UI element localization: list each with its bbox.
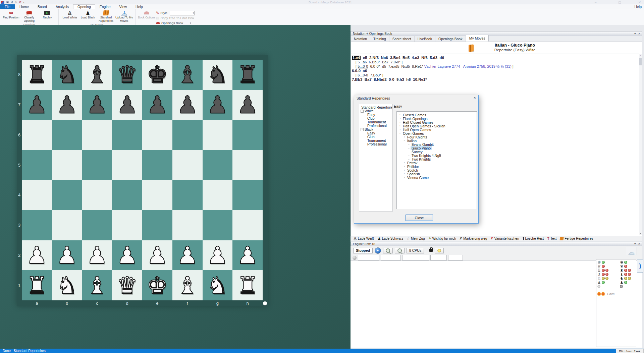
square-b2[interactable]: ♟ bbox=[52, 240, 82, 271]
square-f3[interactable] bbox=[172, 210, 203, 240]
piece-white-pawn[interactable]: ♟ bbox=[56, 243, 78, 267]
left-tree-item-black[interactable]: −Black bbox=[359, 128, 392, 131]
opening-item-philidor[interactable]: ›Philidor bbox=[397, 165, 477, 168]
square-h4[interactable] bbox=[232, 180, 263, 210]
left-tree-item-easy[interactable]: Easy bbox=[359, 131, 392, 135]
variation-run[interactable]: ] bbox=[512, 64, 514, 68]
square-c7[interactable]: ♟ bbox=[82, 90, 112, 120]
engine-play-button[interactable]: ▶ bbox=[375, 247, 381, 254]
lade-schwarz-button[interactable]: ♟Lade Schwarz bbox=[377, 236, 403, 241]
square-a8[interactable]: ♜ bbox=[22, 60, 52, 90]
standard-repertoires-button[interactable]: Standard Repertoires bbox=[97, 10, 115, 23]
piece-black-pawn[interactable]: ♟ bbox=[87, 93, 108, 117]
time-control-badge[interactable]: Blitz 4min+2sek bbox=[616, 349, 644, 353]
move-run[interactable]: 7.Bb3 Ba7 8.Nbd2 0-0 9.h3 h6 10.Re1* bbox=[352, 77, 427, 81]
classify-opening-button[interactable]: Classify Opening bbox=[20, 10, 38, 23]
chevron-down-icon[interactable]: › bbox=[398, 131, 401, 135]
redo-icon[interactable]: ↻ bbox=[15, 0, 17, 4]
find-position-button[interactable]: ∞Find Position bbox=[2, 10, 20, 19]
tab-training[interactable]: Training bbox=[370, 36, 389, 42]
menu-tab-analysis[interactable]: Analysis bbox=[51, 4, 73, 9]
piece-black-queen[interactable]: ♛ bbox=[116, 63, 138, 86]
square-d7[interactable]: ♟ bbox=[112, 90, 142, 120]
variation-move-link[interactable]: 6...0-0 bbox=[358, 73, 368, 77]
tree-expander-icon[interactable]: − bbox=[361, 110, 364, 113]
square-c8[interactable]: ♝ bbox=[82, 60, 112, 90]
engine-value-field-3[interactable] bbox=[402, 255, 429, 260]
piece-white-pawn[interactable]: ♟ bbox=[116, 243, 138, 267]
piece-black-rook[interactable]: ♜ bbox=[237, 63, 258, 86]
scroll-down-icon[interactable]: ▼ bbox=[639, 232, 642, 235]
chevron-right-icon[interactable]: › bbox=[398, 117, 402, 120]
piece-white-bishop[interactable]: ♝ bbox=[87, 274, 108, 297]
panel-close-icon[interactable]: ✕ bbox=[638, 242, 640, 245]
opening-item-two-knights-4-ng5[interactable]: –Two Knights 4.Ng5 bbox=[397, 154, 477, 157]
square-g7[interactable]: ♟ bbox=[203, 90, 233, 120]
square-f2[interactable]: ♟ bbox=[172, 240, 203, 271]
l-sche-rest-button[interactable]: ]Lösche Rest bbox=[522, 236, 544, 241]
piece-black-bishop[interactable]: ♝ bbox=[87, 63, 108, 86]
variation-move-link[interactable]: 5...a6 bbox=[358, 60, 367, 64]
square-a2[interactable]: ♟ bbox=[22, 240, 52, 271]
opening-item-petrov[interactable]: ›Petrov bbox=[397, 161, 477, 165]
square-e7[interactable]: ♟ bbox=[142, 90, 172, 120]
square-g5[interactable] bbox=[203, 150, 233, 180]
piece-black-knight[interactable]: ♞ bbox=[56, 63, 78, 86]
dropdown-caret-icon[interactable]: ▾ bbox=[190, 22, 191, 24]
piece-white-pawn[interactable]: ♟ bbox=[207, 243, 228, 267]
opening-item-open-games[interactable]: ›Open Games bbox=[397, 131, 477, 135]
piece-white-pawn[interactable]: ♟ bbox=[26, 243, 48, 267]
opening-item-giuco-piano[interactable]: –Giuco Piano bbox=[397, 146, 477, 150]
cpus-button[interactable]: 8 CPUs bbox=[407, 248, 424, 253]
menu-tab-board[interactable]: Board bbox=[33, 4, 51, 9]
piece-black-pawn[interactable]: ♟ bbox=[116, 93, 138, 117]
square-d3[interactable] bbox=[112, 210, 142, 240]
square-a7[interactable]: ♟ bbox=[22, 90, 52, 120]
lade-wei-button[interactable]: ♙Lade Weiß bbox=[353, 236, 374, 241]
menu-tab-home[interactable]: Home bbox=[15, 4, 33, 9]
panel-close-icon[interactable]: ✕ bbox=[638, 32, 640, 35]
menu-tab-help[interactable]: Help bbox=[131, 4, 147, 9]
square-a3[interactable] bbox=[22, 210, 52, 240]
piece-black-pawn[interactable]: ♟ bbox=[207, 93, 228, 117]
piece-black-pawn[interactable]: ♟ bbox=[147, 93, 168, 117]
square-f8[interactable]: ♝ bbox=[172, 60, 203, 90]
square-a1[interactable]: ♜ bbox=[22, 270, 52, 300]
opening-item-scotch[interactable]: ›Scotch bbox=[397, 168, 477, 172]
opening-item-two-knights[interactable]: –Two Knights bbox=[397, 157, 477, 161]
openings-tree[interactable]: ›Closed Games›Flank Openings›Half Closed… bbox=[396, 111, 477, 209]
current-move[interactable]: 1.e4 bbox=[352, 56, 361, 60]
square-e4[interactable] bbox=[142, 180, 172, 210]
square-f6[interactable] bbox=[172, 120, 203, 150]
text-button[interactable]: TText bbox=[547, 237, 556, 240]
opening-item-half-closed-games[interactable]: ›Half Closed Games bbox=[397, 120, 477, 124]
scrollbar-thumb[interactable] bbox=[639, 58, 642, 65]
analysis-plus-button[interactable]: + bbox=[383, 248, 393, 253]
square-b7[interactable]: ♟ bbox=[52, 90, 82, 120]
engine-value-field-1[interactable] bbox=[358, 255, 379, 260]
opening-item-evans-gambit[interactable]: –Evans Gambit bbox=[397, 142, 477, 146]
chevron-right-icon[interactable]: › bbox=[402, 161, 406, 164]
piece-white-pawn[interactable]: ♟ bbox=[177, 243, 198, 267]
square-e2[interactable]: ♟ bbox=[142, 240, 172, 271]
square-b5[interactable] bbox=[52, 150, 82, 180]
markierung-weg-button[interactable]: ✗Markierung weg bbox=[460, 237, 487, 240]
left-tree-item-standard-repertoires[interactable]: Standard Repertoires bbox=[359, 106, 392, 109]
tab-notation[interactable]: Notation bbox=[351, 36, 370, 42]
variation-run[interactable]: 6.0-0* d5 7.exd5 Nxd5 8.Re1* bbox=[368, 64, 424, 68]
repertoire-category-tree[interactable]: Standard Repertoires−WhiteEasyClubTourna… bbox=[359, 104, 392, 212]
maximize-button[interactable]: ▢ bbox=[618, 0, 621, 4]
chevron-right-icon[interactable]: › bbox=[398, 124, 402, 127]
square-e6[interactable] bbox=[142, 120, 172, 150]
menu-tab-opening[interactable]: Opening bbox=[73, 4, 95, 9]
square-f5[interactable] bbox=[172, 150, 203, 180]
chevron-right-icon[interactable]: › bbox=[402, 165, 406, 168]
square-b3[interactable] bbox=[52, 210, 82, 240]
piece-white-knight[interactable]: ♞ bbox=[207, 274, 228, 297]
square-a5[interactable] bbox=[22, 150, 52, 180]
chevron-right-icon[interactable]: › bbox=[402, 172, 406, 175]
tab-score-sheet[interactable]: Score sheet bbox=[389, 36, 415, 42]
square-d5[interactable] bbox=[112, 150, 142, 180]
close-button[interactable]: ✕ bbox=[638, 0, 641, 4]
piece-black-knight[interactable]: ♞ bbox=[207, 63, 228, 86]
